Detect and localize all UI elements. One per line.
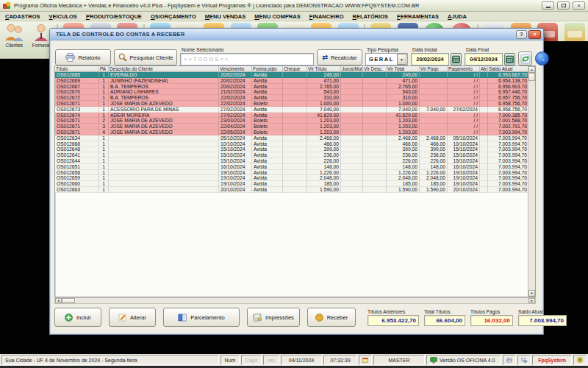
table-cell (283, 141, 307, 147)
table-row[interactable]: OS0126741ADEIR MOREIRA27/02/2024Avista41… (55, 113, 528, 118)
table-cell: 10/10/2024 (219, 141, 252, 147)
calendar-end-button[interactable] (504, 53, 515, 66)
menu-item-ferramentas[interactable]: FERRAMENTAS (397, 13, 439, 20)
status-version: Versão OS OFICINA 4.0 (426, 355, 501, 365)
installment-button[interactable]: Parcelamento (163, 308, 240, 327)
table-cell (341, 146, 363, 152)
status-time: 07:32:39 (323, 355, 357, 365)
table-row[interactable]: OS012648115/10/2024Avista399,00399,00399… (55, 146, 528, 152)
dropdown-arrow-icon[interactable]: ▼ (397, 54, 406, 65)
menu-item-veiculos[interactable]: VEICULOS (49, 13, 77, 20)
scroll-right-button[interactable]: ► (528, 298, 535, 303)
table-cell: 185,00 (387, 181, 420, 187)
table-row[interactable]: OS012660119/10/2024Avista185,00185,00185… (55, 181, 528, 187)
menu-item-menu-compras[interactable]: MENU COMPRAS (254, 13, 301, 20)
table-cell: 148,00 (420, 164, 448, 170)
table-row[interactable]: OS0126731ACESSORIO PARA DE MINAS27/02/20… (55, 107, 528, 113)
window-titlebar[interactable]: TELA DE CONTROLE DO CONTAS A RECEBER ? × (50, 29, 543, 40)
vertical-scroll-thumb[interactable] (528, 73, 535, 81)
table-row[interactable]: OS012651116/10/2024Avista148,00148,00148… (55, 164, 528, 170)
close-button[interactable]: × (573, 1, 585, 10)
calendar-icon (452, 55, 460, 63)
table-cell (363, 152, 387, 158)
table-row[interactable]: OS012644115/10/2024Avista226,00226,00226… (55, 158, 528, 164)
table-row[interactable]: OS012658119/10/2024Avista1.226,001.226,0… (55, 170, 528, 176)
table-cell: Avista (252, 187, 283, 193)
scroll-left-button[interactable]: ◄ (55, 298, 62, 303)
menu-item-cadastros[interactable]: CADASTROS (5, 13, 40, 20)
table-row[interactable]: OS0126714JOSE MARIA DE AZEVEDO22/05/2024… (55, 130, 528, 135)
table-cell: 1 (99, 95, 109, 101)
printer-small-icon (506, 357, 512, 364)
table-cell (283, 135, 307, 141)
table-cell (480, 130, 488, 135)
table-cell: Avista (252, 158, 283, 164)
table-cell: 7.003.994,70 (488, 146, 528, 152)
end-date-input[interactable]: 04/12/2024 (465, 53, 503, 66)
end-date-label: Data Final (466, 47, 515, 52)
table-row[interactable]: OS012663120/10/2024Avista1.590,001.590,0… (55, 187, 528, 193)
status-printer-segment[interactable] (503, 355, 516, 365)
restore-button[interactable] (557, 1, 570, 10)
table-row[interactable]: OS012641115/10/2024Avista236,00236,00236… (55, 152, 528, 158)
table-cell: 2 (99, 118, 109, 124)
table-row[interactable]: OS0126713JOSE MARIA DE AZEVEDO22/04/2024… (55, 124, 528, 130)
table-row[interactable]: OS0126691JUNINHO (FAZENDINHA)20/02/2024A… (55, 78, 528, 84)
alter-button[interactable]: Alterar (109, 308, 156, 327)
table-cell: 19/10/2024 (219, 181, 252, 187)
scroll-up-button[interactable]: ▲ (528, 66, 535, 73)
scroll-track[interactable] (75, 298, 528, 303)
table-row[interactable]: OS0126712JOSE MARIA DE AZEVEDO23/03/2024… (55, 118, 528, 124)
table-row[interactable]: OS0126701ADRIANO LINHARES21/02/2024Avist… (55, 89, 528, 95)
scroll-down-button[interactable]: ▼ (528, 290, 535, 297)
include-button[interactable]: Incluir (54, 308, 101, 327)
table-cell (341, 78, 363, 84)
horizontal-scroll-thumb[interactable] (62, 298, 75, 303)
menu-item-produto-estoque[interactable]: PRODUTO/ESTOQUE (86, 13, 142, 20)
table-row[interactable]: OS0126711JOSE MARIA DE AZEVEDO22/02/2024… (55, 101, 528, 107)
table-cell: OS012651 (55, 164, 99, 170)
start-date-input[interactable]: 20/02/2024 (411, 53, 449, 66)
window-close-button[interactable]: × (528, 30, 541, 39)
table-cell (420, 130, 448, 135)
search-type-dropdown[interactable]: GERAL ▼ (365, 53, 408, 66)
table-cell (420, 72, 448, 78)
selected-name-value: >>TODOS<< (184, 56, 229, 63)
menu-item-ajuda[interactable]: AJUDA (448, 13, 467, 20)
vertical-scrollbar[interactable]: ▲ ▼ (528, 66, 535, 297)
recalculate-button[interactable]: ⇄ Recalcular (317, 49, 362, 66)
table-cell: OS012670 (55, 89, 99, 95)
go-button[interactable]: → (535, 52, 549, 66)
minimize-button[interactable] (542, 1, 554, 10)
table-row[interactable]: OS0126721B.A. TEMPEROS22/02/2024Avista31… (55, 95, 528, 101)
report-button[interactable]: Relatório (55, 49, 111, 66)
receive-button[interactable]: Receber (307, 308, 356, 327)
toolbar-button-clientes[interactable]: Clientes (2, 23, 26, 48)
table-cell: OS012667 (55, 84, 99, 90)
status-network-segment[interactable] (517, 355, 531, 365)
search-client-button[interactable]: Pesquisar Cliente (114, 49, 177, 66)
table-row[interactable]: OS012659119/10/2024Avista2.048,002.048,0… (55, 175, 528, 181)
menu-item-relat-rios[interactable]: RELATÓRIOS (352, 13, 388, 20)
status-num: Num (220, 355, 240, 365)
table-cell (341, 95, 363, 101)
help-button[interactable]: ? (516, 30, 527, 39)
app-titlebar: Programa Oficina Mecânica + Vendas e Fin… (0, 0, 588, 12)
table-row[interactable]: OS0126851EVERALDO20/02/2024Avista245,002… (55, 72, 528, 78)
toolbar-button-21[interactable] (563, 23, 587, 43)
menu-item-financeiro[interactable]: FINANCEIRO (309, 13, 344, 20)
calendar-start-button[interactable] (451, 53, 462, 66)
horizontal-scrollbar[interactable]: ◄ ► (54, 297, 536, 304)
table-row[interactable]: OS012668110/10/2024Avista466,00466,00466… (55, 141, 528, 147)
menu-item-os-or-amento[interactable]: OS/ORÇAMENTO (151, 13, 196, 20)
table-cell: 1 (99, 158, 109, 164)
table-row[interactable]: OS012634105/10/2024Avista2.468,002.468,0… (55, 135, 528, 141)
refresh-button[interactable] (518, 52, 532, 66)
status-caps: Caps (241, 355, 262, 365)
table-row[interactable]: OS0126671B.A. TEMPEROS20/02/2024Avista2.… (55, 84, 528, 90)
menu-item-menu-vendas[interactable]: MENU VENDAS (205, 13, 245, 20)
print-button[interactable]: Impressões (247, 308, 300, 327)
table-cell: 20/10/2024 (219, 187, 252, 193)
selected-name-input[interactable]: >>TODOS<< (180, 53, 314, 66)
table-cell: 10/10/2024 (448, 141, 480, 147)
